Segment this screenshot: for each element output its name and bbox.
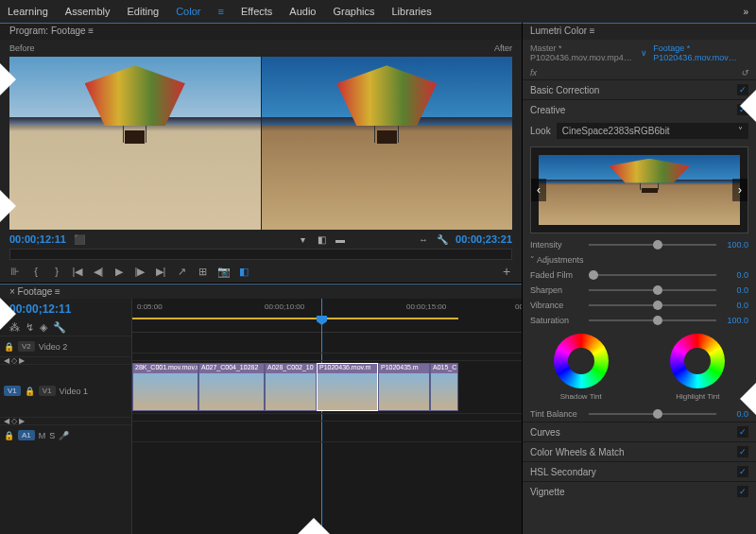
section-color-wheels[interactable]: Color Wheels & Match✓ [523, 441, 756, 461]
single-view-icon[interactable]: ▬ [335, 234, 346, 245]
section-vignette[interactable]: Vignette✓ [523, 481, 756, 501]
go-to-in-icon[interactable]: |◀ [72, 266, 83, 278]
shadow-tint-wheel[interactable] [554, 334, 609, 388]
overflow-chevron-icon[interactable]: » [743, 7, 748, 17]
look-dropdown[interactable]: CineSpace2383sRGB6bit˅ [557, 123, 748, 139]
highlight-tint-wheel[interactable] [670, 334, 725, 388]
lock-icon[interactable]: 🔒 [25, 387, 35, 396]
clip[interactable]: A028_C002_10 [265, 363, 317, 411]
before-view[interactable] [9, 57, 261, 230]
clip-selected[interactable]: P1020436.mov.m [317, 363, 378, 411]
step-back-icon[interactable]: ◀| [93, 266, 104, 278]
sharpen-value[interactable]: 0.0 [722, 285, 748, 295]
tab-assembly[interactable]: Assembly [65, 6, 111, 17]
intensity-slider[interactable] [589, 244, 716, 246]
tab-learning[interactable]: Learning [8, 6, 48, 17]
step-forward-icon[interactable]: |▶ [134, 266, 146, 278]
export-frame-icon[interactable]: 📷 [217, 266, 229, 278]
loop-icon[interactable]: ↔ [418, 234, 429, 245]
clip[interactable]: A015_C [430, 363, 458, 411]
ruler-tick: 0:05:00 [137, 302, 163, 311]
marker-icon[interactable]: ◈ [40, 321, 47, 334]
clip[interactable]: A027_C004_10282 [198, 363, 265, 411]
track-tag-v1[interactable]: V1 [39, 386, 56, 396]
extract-icon[interactable]: ⊞ [197, 266, 208, 278]
snap-icon[interactable]: ⁂ [9, 321, 20, 334]
vibrance-label: Vibrance [530, 301, 583, 310]
next-look-button[interactable]: › [732, 179, 747, 201]
tab-libraries[interactable]: Libraries [391, 6, 431, 17]
solo-button[interactable]: S [49, 431, 55, 440]
after-view[interactable] [262, 57, 513, 230]
resolution-dropdown[interactable]: ▾ [297, 234, 308, 245]
program-panel-header[interactable]: Program: Footage ≡ [0, 23, 522, 40]
tab-audio[interactable]: Audio [289, 6, 316, 17]
menu-icon[interactable]: ≡ [217, 6, 223, 17]
track-tag-v2[interactable]: V2 [18, 341, 35, 352]
track-source-v1[interactable]: V1 [4, 386, 21, 396]
checkbox-icon[interactable]: ✓ [737, 486, 748, 497]
faded-film-slider[interactable] [589, 274, 716, 276]
tint-balance-slider[interactable] [589, 413, 716, 415]
button-editor-icon[interactable]: + [501, 264, 512, 279]
comparison-icon[interactable]: ◧ [238, 266, 249, 278]
lock-icon[interactable]: 🔒 [4, 342, 14, 352]
vibrance-slider[interactable] [589, 304, 716, 306]
lift-icon[interactable]: ↗ [176, 266, 187, 278]
play-icon[interactable]: ▶ [113, 266, 125, 278]
saturation-slider[interactable] [589, 319, 716, 321]
master-clip-label[interactable]: Master * P1020436.mov.mov.mp4… [530, 43, 635, 62]
monitor-scrubber[interactable] [9, 249, 512, 260]
settings-icon[interactable]: 🔧 [437, 234, 448, 245]
vibrance-value[interactable]: 0.0 [722, 301, 748, 310]
wrench-icon[interactable]: 🔧 [53, 321, 66, 334]
clip[interactable]: P1020435.m [378, 363, 430, 411]
track-v2[interactable]: 🔒 V2 Video 2 [0, 336, 131, 356]
reset-icon[interactable]: ↺ [741, 68, 748, 78]
timeline-canvas[interactable]: 0:05:00 00:00;10:00 00:00;15:00 00:0 28K… [132, 299, 522, 534]
track-tag-a1[interactable]: A1 [18, 430, 35, 440]
timecode-duration[interactable]: 00:00;23:21 [455, 233, 512, 245]
go-to-out-icon[interactable]: ▶| [155, 266, 166, 278]
sharpen-slider[interactable] [589, 289, 716, 291]
tab-color[interactable]: Color [176, 6, 200, 17]
timecode-in[interactable]: 00:00;12:11 [9, 233, 66, 245]
faded-film-value[interactable]: 0.0 [722, 270, 748, 280]
bracket-in-icon[interactable]: { [30, 266, 42, 277]
track-a1[interactable]: 🔒 A1 M S 🎤 [0, 424, 131, 445]
clip[interactable]: 28K_C001.mov.mov.mp4.mxf [132, 363, 198, 411]
tab-effects[interactable]: Effects [241, 6, 272, 17]
tint-balance-label: Tint Balance [530, 409, 583, 419]
comparison-view-icon[interactable]: ◧ [316, 234, 327, 245]
checkbox-icon[interactable]: ✓ [737, 426, 748, 438]
tab-graphics[interactable]: Graphics [333, 6, 374, 17]
adjustments-header[interactable]: ˅ Adjustments [523, 252, 756, 267]
timeline-panel-header[interactable]: × Footage ≡ [0, 284, 522, 299]
saturation-value[interactable]: 100.0 [722, 316, 748, 325]
bracket-out-icon[interactable]: } [51, 266, 62, 277]
section-curves[interactable]: Curves✓ [523, 422, 756, 441]
tab-editing[interactable]: Editing [128, 6, 160, 17]
mic-icon[interactable]: 🎤 [59, 431, 69, 440]
lock-icon[interactable]: 🔒 [4, 431, 14, 440]
section-basic-correction[interactable]: Basic Correction ✓ [523, 79, 756, 99]
track-v1[interactable]: V1 🔒 V1 Video 1 [0, 364, 131, 417]
ruler-tick: 00:00;15:00 [406, 302, 446, 311]
intensity-value[interactable]: 100.0 [722, 240, 748, 250]
mark-in-icon[interactable]: ⊪ [9, 266, 21, 278]
prev-look-button[interactable]: ‹ [531, 179, 546, 201]
checkbox-icon[interactable]: ✓ [737, 446, 748, 457]
tint-balance-value[interactable]: 0.0 [722, 409, 748, 419]
before-label: Before [9, 43, 35, 53]
timeline-timecode[interactable]: 00:00;12:11 [0, 299, 131, 319]
program-monitor: Before After 00:00;12:11 ⬛ ▾ ◧ [0, 40, 522, 284]
checkbox-icon[interactable]: ✓ [737, 466, 748, 477]
mute-button[interactable]: M [39, 431, 46, 440]
section-hsl-secondary[interactable]: HSL Secondary✓ [523, 461, 756, 481]
checkbox-icon[interactable]: ✓ [737, 84, 748, 95]
section-creative[interactable]: Creative ✓ [523, 99, 756, 119]
linked-selection-icon[interactable]: ↯ [26, 321, 34, 334]
footage-clip-label[interactable]: Footage * P1020436.mov.mov… [653, 43, 748, 62]
lumetri-panel-header[interactable]: Lumetri Color ≡ [523, 23, 756, 40]
faded-film-label: Faded Film [530, 270, 583, 280]
